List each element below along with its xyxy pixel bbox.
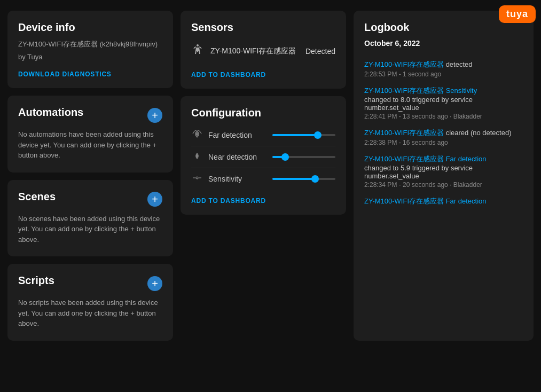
- log-entry-2-meta: 2:28:41 PM - 13 seconds ago · Blakadder: [364, 113, 521, 120]
- sensitivity-label: Sensitivity: [208, 175, 267, 183]
- logbook-title: Logbook: [364, 21, 523, 34]
- svg-point-2: [197, 155, 198, 156]
- device-info-title: Device info: [18, 21, 162, 34]
- log-entry-3: ZY-M100-WIFI存在感应器 cleared (no detected) …: [364, 128, 521, 146]
- automations-title: Automations: [18, 106, 83, 119]
- tuya-logo: tuya: [499, 5, 536, 23]
- log-entry-1-meta: 2:28:53 PM - 1 second ago: [364, 70, 521, 78]
- sensors-add-to-dashboard-button[interactable]: ADD TO DASHBOARD: [191, 71, 266, 79]
- near-detection-icon: [191, 152, 203, 162]
- log-entry-3-meta: 2:28:38 PM - 16 seconds ago: [364, 139, 521, 146]
- far-detection-icon: [191, 130, 203, 140]
- scenes-title: Scenes: [18, 191, 56, 203]
- sensor-name: ZY-M100-WIFI存在感应器: [210, 46, 299, 56]
- log-entry-2: ZY-M100-WIFI存在感应器 Sensitivity changed to…: [364, 85, 521, 120]
- download-diagnostics-link[interactable]: DOWNLOAD DIAGNOSTICS: [18, 70, 112, 78]
- log-entry-3-link[interactable]: ZY-M100-WIFI存在感应器: [364, 129, 444, 137]
- log-entry-4-link[interactable]: ZY-M100-WIFI存在感应器 Far detection: [364, 155, 487, 163]
- log-entry-4-header: ZY-M100-WIFI存在感应器 Far detection: [364, 154, 521, 164]
- scripts-header: Scripts +: [18, 275, 162, 292]
- svg-point-1: [197, 134, 198, 135]
- log-entry-1-action: detected: [444, 60, 473, 68]
- far-detection-slider-thumb: [314, 131, 322, 139]
- near-detection-slider-thumb: [281, 153, 289, 161]
- sensitivity-slider[interactable]: [272, 178, 335, 180]
- add-automation-button[interactable]: +: [147, 108, 162, 123]
- motion-sensor-icon: [191, 43, 204, 59]
- log-entry-1-header: ZY-M100-WIFI存在感应器 detected: [364, 59, 521, 69]
- sensitivity-slider-thumb: [311, 175, 319, 183]
- svg-point-0: [197, 44, 199, 46]
- device-manufacturer: by Tuya: [18, 52, 162, 62]
- automations-empty-text: No automations have been added using thi…: [18, 129, 162, 161]
- far-detection-row: Far detection: [191, 124, 335, 146]
- left-column: Device info ZY-M100-WIFI存在感应器 (k2h8vkj98…: [7, 11, 173, 341]
- log-entry-2-link[interactable]: ZY-M100-WIFI存在感应器 Sensitivity: [364, 87, 477, 95]
- sensors-card: Sensors ZY-M100-WIFI存在感应器 Detected ADD T…: [181, 11, 346, 89]
- log-entry-1-link[interactable]: ZY-M100-WIFI存在感应器: [364, 60, 444, 68]
- logbook-date: October 6, 2022: [364, 39, 523, 52]
- logbook-scroll-container[interactable]: ZY-M100-WIFI存在感应器 detected 2:28:53 PM - …: [364, 59, 523, 214]
- automations-card: Automations + No automations have been a…: [7, 96, 173, 173]
- log-entry-5-header: ZY-M100-WIFI存在感应器 Far detection: [364, 196, 521, 206]
- right-column: Logbook October 6, 2022 ZY-M100-WIFI存在感应…: [354, 11, 534, 341]
- far-detection-slider-fill: [272, 134, 318, 136]
- near-detection-label: Near detection: [208, 153, 267, 161]
- far-detection-label: Far detection: [208, 131, 267, 139]
- log-entry-2-body: changed to 8.0 triggered by service numb…: [364, 96, 521, 112]
- configuration-card: Configuration Far detection: [181, 96, 346, 215]
- sensitivity-row: Sensitivity: [191, 168, 335, 190]
- log-entry-3-action: cleared (no detected): [444, 129, 511, 137]
- log-entry-5: ZY-M100-WIFI存在感应器 Far detection: [364, 196, 521, 206]
- configuration-add-to-dashboard-button[interactable]: ADD TO DASHBOARD: [191, 197, 266, 205]
- main-layout: Device info ZY-M100-WIFI存在感应器 (k2h8vkj98…: [0, 0, 541, 350]
- log-entry-3-header: ZY-M100-WIFI存在感应器 cleared (no detected): [364, 128, 521, 138]
- log-entry-4-body: changed to 5.9 triggered by service numb…: [364, 164, 521, 180]
- scripts-card: Scripts + No scripts have been added usi…: [7, 264, 173, 341]
- middle-column: Sensors ZY-M100-WIFI存在感应器 Detected ADD T…: [181, 11, 346, 341]
- sensitivity-slider-fill: [272, 178, 315, 180]
- device-id: ZY-M100-WIFI存在感应器 (k2h8vkj98fhvnpiv): [18, 39, 162, 50]
- log-entry-4-meta: 2:28:34 PM - 20 seconds ago · Blakadder: [364, 181, 521, 189]
- log-entry-2-header: ZY-M100-WIFI存在感应器 Sensitivity: [364, 85, 521, 96]
- scripts-title: Scripts: [18, 275, 54, 287]
- device-info-card: Device info ZY-M100-WIFI存在感应器 (k2h8vkj98…: [7, 11, 173, 88]
- far-detection-slider[interactable]: [272, 134, 335, 136]
- logbook-card: Logbook October 6, 2022 ZY-M100-WIFI存在感应…: [354, 11, 534, 341]
- near-detection-row: Near detection: [191, 146, 335, 168]
- log-entry-5-link[interactable]: ZY-M100-WIFI存在感应器 Far detection: [364, 197, 487, 205]
- scripts-empty-text: No scripts have been added using this de…: [18, 297, 162, 329]
- scenes-card: Scenes + No scenes have been added using…: [7, 180, 173, 257]
- sensitivity-icon: [191, 174, 203, 184]
- configuration-title: Configuration: [191, 107, 335, 119]
- add-scene-button[interactable]: +: [147, 192, 162, 207]
- scenes-header: Scenes +: [18, 191, 162, 208]
- add-script-button[interactable]: +: [147, 276, 162, 291]
- log-entry-4: ZY-M100-WIFI存在感应器 Far detection changed …: [364, 154, 521, 189]
- log-entry-1: ZY-M100-WIFI存在感应器 detected 2:28:53 PM - …: [364, 59, 521, 78]
- sensor-status: Detected: [305, 47, 335, 56]
- sensor-row: ZY-M100-WIFI存在感应器 Detected: [191, 39, 335, 64]
- sensors-title: Sensors: [191, 21, 335, 34]
- near-detection-slider[interactable]: [272, 156, 335, 158]
- automations-header: Automations +: [18, 106, 162, 124]
- svg-point-3: [196, 177, 198, 179]
- scenes-empty-text: No scenes have been added using this dev…: [18, 214, 162, 245]
